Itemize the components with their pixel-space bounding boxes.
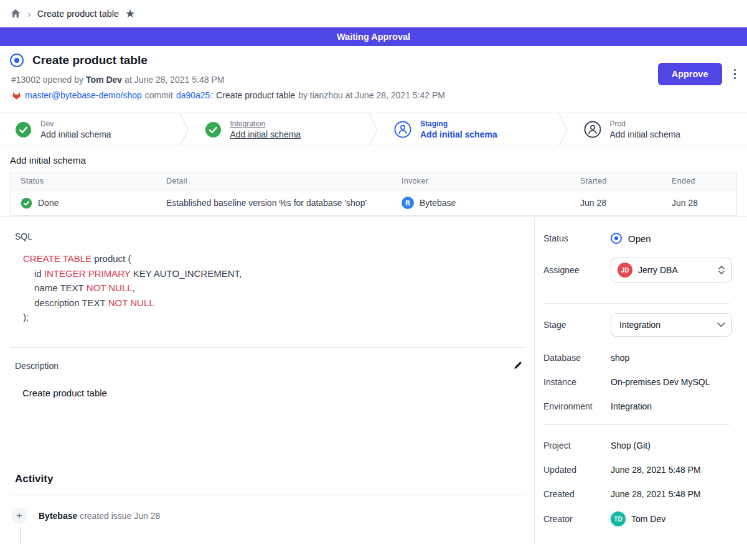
- stage-integration[interactable]: Integration Add initial schema: [190, 113, 369, 146]
- chevron-down-icon: [717, 322, 725, 327]
- issue-main-panel: SQL CREATE TABLE product ( id INTEGER PR…: [0, 217, 534, 545]
- sidebar-divider: [543, 424, 730, 425]
- edit-description-button[interactable]: [512, 359, 524, 373]
- commit-byline: by tianzhou at June 28, 2021 5:42 PM: [298, 90, 445, 100]
- page-title: Create product table: [32, 54, 148, 67]
- commit-hash-link[interactable]: da90a25: [176, 90, 210, 100]
- column-started: Started: [570, 177, 662, 185]
- updown-chevron-icon: [718, 264, 725, 276]
- issue-sidebar: Status Open Assignee JD Jerry DBA Stage …: [534, 217, 747, 545]
- sidebar-label-project: Project: [543, 441, 611, 450]
- avatar: B: [402, 197, 414, 209]
- stage-env-label: Staging: [420, 119, 497, 129]
- stage-select[interactable]: Integration: [611, 313, 732, 337]
- check-circle-icon: [15, 121, 32, 138]
- person-circle-icon: [394, 121, 411, 138]
- gitlab-icon: [11, 90, 22, 100]
- database-value: shop: [611, 353, 629, 363]
- task-section-title: Add initial schema: [10, 155, 737, 166]
- task-detail-cell: Established baseline version %s for data…: [156, 198, 392, 208]
- column-status: Status: [11, 177, 156, 185]
- check-circle-icon: [205, 121, 222, 138]
- created-value: June 28, 2021 5:48 PM: [611, 489, 701, 499]
- table-row[interactable]: Done Established baseline version %s for…: [11, 190, 736, 215]
- sql-statement: CREATE TABLE product ( id INTEGER PRIMAR…: [23, 251, 525, 325]
- sidebar-label-stage: Stage: [543, 320, 611, 330]
- activity-actor: Bytebase: [39, 511, 77, 521]
- environment-value: Integration: [611, 401, 652, 411]
- stage-separator: [368, 113, 379, 146]
- avatar: JD: [618, 263, 632, 278]
- stage-task-label: Add initial schema: [230, 129, 301, 140]
- section-divider: [10, 495, 525, 495]
- sidebar-label-created: Created: [543, 489, 611, 499]
- sidebar-label-creator: Creator: [543, 514, 611, 524]
- column-detail: Detail: [156, 177, 392, 185]
- pipeline: Dev Add initial schema Integration Add i…: [0, 113, 747, 146]
- commit-message: Create product table: [216, 90, 295, 100]
- approve-button[interactable]: Approve: [658, 63, 722, 85]
- description-label: Description: [15, 361, 59, 371]
- sidebar-label-status: Status: [543, 233, 611, 243]
- breadcrumb-separator-icon: ›: [27, 9, 31, 19]
- stage-dev[interactable]: Dev Add initial schema: [0, 113, 179, 146]
- invoker-name: Bytebase: [420, 198, 456, 208]
- task-invoker-cell: B Bytebase: [392, 197, 570, 209]
- task-section: Add initial schema Status Detail Invoker…: [0, 155, 747, 216]
- person-circle-icon: [584, 121, 601, 138]
- description-text[interactable]: Create product table: [22, 388, 525, 398]
- home-icon[interactable]: [10, 8, 21, 19]
- stage-prod[interactable]: Prod Add initial schema: [569, 113, 747, 146]
- status-value: Open: [611, 233, 651, 244]
- favorite-star-icon[interactable]: ★: [125, 8, 135, 19]
- project-value: Shop (Git): [611, 441, 651, 450]
- creator-value: TD Tom Dev: [611, 511, 665, 526]
- open-status-icon: [611, 233, 622, 244]
- task-status-cell: Done: [11, 197, 156, 209]
- commit-colon: :: [210, 90, 213, 100]
- sql-label: SQL: [15, 231, 525, 241]
- issue-meta: #13002 opened by Tom Dev at June 28, 202…: [11, 75, 737, 85]
- sidebar-label-database: Database: [543, 353, 611, 363]
- task-status-text: Done: [38, 198, 59, 208]
- stage-separator: [179, 113, 190, 146]
- updated-value: June 28, 2021 5:48 PM: [611, 465, 701, 475]
- sidebar-label-updated: Updated: [543, 465, 611, 475]
- sidebar-label-assignee: Assignee: [543, 265, 611, 275]
- task-table: Status Detail Invoker Started Ended Done…: [10, 172, 737, 216]
- approval-banner: Waiting Approval: [0, 27, 747, 46]
- activity-title: Activity: [15, 473, 525, 485]
- issue-header: Create product table #13002 opened by To…: [0, 46, 747, 113]
- task-ended-cell: Jun 28: [662, 198, 736, 208]
- more-options-icon[interactable]: [733, 67, 738, 82]
- issue-open-icon: [10, 54, 24, 67]
- section-divider: [10, 347, 525, 348]
- commit-row: master@bytebase-demo/shop commit da90a25…: [11, 90, 737, 100]
- stage-env-label: Dev: [40, 119, 111, 129]
- stage-env-label: Prod: [610, 119, 681, 129]
- stage-task-label: Add initial schema: [610, 129, 681, 140]
- pencil-icon: [513, 360, 523, 370]
- column-ended: Ended: [662, 177, 736, 185]
- sidebar-divider: [543, 303, 730, 304]
- issue-id-text: #13002 opened by: [11, 75, 83, 85]
- commit-branch-link[interactable]: master@bytebase-demo/shop: [25, 90, 142, 100]
- stage-separator: [558, 113, 569, 146]
- timeline-line: [20, 526, 21, 545]
- stage-task-label: Add initial schema: [420, 129, 497, 140]
- check-circle-icon: [21, 197, 32, 209]
- task-started-cell: Jun 28: [570, 198, 662, 208]
- stage-staging[interactable]: Staging Add initial schema: [379, 113, 558, 146]
- stage-task-label: Add initial schema: [40, 129, 111, 140]
- assignee-select[interactable]: JD Jerry DBA: [611, 258, 732, 282]
- sidebar-label-instance: Instance: [543, 377, 611, 387]
- instance-value: On-premises Dev MySQL: [611, 377, 710, 387]
- column-invoker: Invoker: [392, 177, 570, 185]
- breadcrumb-current: Create product table: [37, 9, 119, 19]
- activity-item: + Bytebase created issue Jun 28: [11, 508, 525, 524]
- commit-word: commit: [145, 90, 173, 100]
- sidebar-label-environment: Environment: [543, 401, 611, 411]
- avatar: TD: [611, 511, 626, 526]
- task-table-header: Status Detail Invoker Started Ended: [11, 172, 736, 190]
- plus-icon: +: [11, 508, 27, 524]
